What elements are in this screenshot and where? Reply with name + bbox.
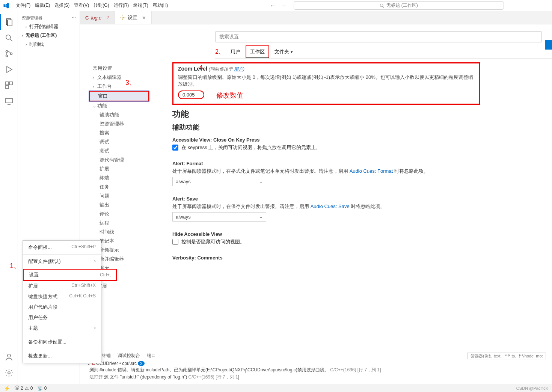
toc-feat-item[interactable]: 辅助功能 — [89, 110, 149, 119]
ctx-tasks[interactable]: 用户任务 — [23, 312, 101, 323]
hide-view-checkbox[interactable] — [172, 239, 178, 245]
scope-folder[interactable]: 文件夹▾ — [271, 46, 297, 57]
activity-debug-icon[interactable] — [0, 62, 18, 77]
open-settings-json-button[interactable] — [545, 40, 552, 50]
panel-filter-input[interactable] — [467, 353, 546, 359]
remote-indicator-icon[interactable]: ⚡ — [4, 385, 10, 391]
sidebar-timeline[interactable]: ›时间线 — [18, 40, 80, 49]
watermark: CSDN @PacificK — [516, 386, 548, 390]
toc-feat-item[interactable]: 评论 — [89, 210, 149, 219]
menu-run[interactable]: 运行(R) — [112, 2, 131, 9]
activity-remote-icon[interactable] — [0, 93, 18, 109]
toc-feat-item[interactable]: 搜索 — [89, 128, 149, 137]
toc-feat-item[interactable]: 远程 — [89, 219, 149, 228]
editor-area: C log.c 2 设置 ✕ 搜索设置 2、 用户 工作区 文件夹▾ 3、 4、 — [80, 11, 552, 384]
menu-help[interactable]: 帮助(H) — [151, 2, 170, 9]
sidebar-workspace[interactable]: ›无标题 (工作区) — [18, 31, 80, 40]
toc-feat-item[interactable]: 调试 — [89, 137, 149, 146]
warning-icon: ⚠ — [25, 386, 29, 391]
nav-back-icon[interactable]: ← — [270, 2, 275, 9]
alert-save-select[interactable]: always⌄ — [172, 212, 266, 222]
ctx-command-palette[interactable]: 命令面板...Ctrl+Shift+P — [23, 242, 101, 253]
hide-view-desc: 控制是否隐藏可访问的视图。 — [181, 238, 245, 245]
problems-crumb[interactable]: ⌄ C CCUDriver • cpu\src 2 — [87, 361, 545, 366]
tab-settings[interactable]: 设置 ✕ — [115, 11, 152, 24]
problems-status[interactable]: ⓧ2 ⚠0 — [15, 385, 33, 391]
acc-view-title: Accessible View: Close On Key Press — [172, 137, 542, 143]
menu-view[interactable]: 查看(V) — [72, 2, 91, 9]
svg-rect-11 — [6, 86, 9, 89]
acc-view-checkbox[interactable] — [172, 145, 178, 151]
close-icon[interactable]: ✕ — [142, 15, 146, 21]
verbosity-title: Verbosity: Comments — [172, 255, 542, 261]
tab-logc-badge: 2 — [107, 15, 109, 20]
scope-workspace[interactable]: 工作区 — [246, 45, 269, 58]
activity-account-icon[interactable] — [0, 349, 18, 365]
port-forward-status[interactable]: 📡 0 — [37, 386, 47, 391]
toc-feat-item[interactable]: 资源管理器 — [89, 119, 149, 128]
menu-terminal[interactable]: 终端(T) — [131, 2, 150, 9]
problem-line-2[interactable]: 法打开 源 文件 "unistd.h" (dependency of "log.… — [87, 374, 545, 380]
setting-accessible-view: Accessible View: Close On Key Press 在 ke… — [172, 137, 542, 151]
ctx-profile[interactable]: 配置文件(默认)› — [23, 256, 101, 267]
error-icon: ⓧ — [15, 385, 19, 391]
ctx-snippets[interactable]: 用户代码片段 — [23, 302, 101, 312]
problems-count-badge: 2 — [138, 361, 145, 366]
more-icon[interactable]: ⋯ — [72, 15, 76, 20]
activity-search-icon[interactable] — [0, 30, 18, 46]
toc-feat-item[interactable]: 任务 — [89, 182, 149, 191]
panel-tab-debug[interactable]: 调试控制台 — [118, 353, 140, 359]
activity-extensions-icon[interactable] — [0, 77, 18, 93]
svg-point-16 — [122, 17, 124, 18]
alert-format-select[interactable]: always⌄ — [172, 177, 266, 186]
ctx-backup[interactable]: 备份和同步设置... — [23, 337, 101, 347]
toc-feat-item[interactable]: 源代码管理 — [89, 155, 149, 164]
activity-scm-icon[interactable] — [0, 46, 18, 62]
panel-tab-terminal[interactable]: 终端 — [102, 353, 111, 359]
sidebar-open-editors[interactable]: ›打开的编辑器 — [18, 22, 80, 31]
tab-logc-label: log.c — [91, 15, 101, 21]
toc-workbench[interactable]: ›工作台 — [89, 82, 149, 91]
vscode-logo-icon — [3, 2, 10, 9]
problem-line-1[interactable]: 测到 #include 错误。请更新 includePath。已为此翻译单元(E… — [87, 367, 545, 373]
acc-view-desc: 在 keypress 上，关闭可访问视图，将焦点放在调用它的元素上。 — [181, 144, 321, 151]
toc-feat-item[interactable]: 扩展 — [89, 164, 149, 173]
toc-feat-item[interactable]: 时间线 — [89, 228, 149, 237]
scope-tabs: 2、 用户 工作区 文件夹▾ — [215, 45, 552, 59]
ctx-keyboard[interactable]: 键盘快捷方式Ctrl+K Ctrl+S — [23, 291, 101, 302]
search-settings-input[interactable]: 搜索设置 — [215, 31, 542, 42]
toc-feat-item[interactable]: 问题 — [89, 191, 149, 201]
svg-line-5 — [10, 39, 12, 41]
scope-user[interactable]: 用户 — [227, 46, 244, 57]
activity-gear-icon[interactable] — [0, 365, 18, 381]
menu-select[interactable]: 选择(S) — [52, 2, 72, 9]
nav-forward-icon[interactable]: → — [281, 2, 286, 9]
menu-goto[interactable]: 转到(G) — [91, 2, 111, 9]
command-center-search[interactable]: 无标题 (工作区) — [294, 1, 504, 10]
zoom-title: Zoom Level (同时修改于 用户) — [178, 66, 475, 72]
sidebar-title: 资源管理器 — [22, 15, 72, 21]
audio-cues-save-link[interactable]: Audio Cues: Save — [311, 204, 350, 209]
toc-feat-item[interactable]: 终端 — [89, 173, 149, 182]
ctx-settings[interactable]: 设置Ctrl+, — [23, 269, 117, 281]
ctx-extensions[interactable]: 扩展Ctrl+Shift+X — [23, 281, 101, 291]
toc-window[interactable]: 窗口 — [89, 91, 149, 101]
svg-point-7 — [6, 55, 8, 57]
toc-feat-item[interactable]: 输出 — [89, 201, 149, 210]
menu-edit[interactable]: 编辑(E) — [33, 2, 52, 9]
panel-tab-ports[interactable]: 端口 — [147, 353, 156, 359]
zoom-level-input[interactable]: 0.005 — [178, 90, 204, 99]
ctx-check-update[interactable]: 检查更新... — [23, 351, 101, 361]
svg-point-4 — [6, 35, 11, 39]
toc-feat-item[interactable]: 测试 — [89, 146, 149, 155]
ctx-theme[interactable]: 主题› — [23, 323, 101, 333]
activity-explorer-icon[interactable] — [0, 14, 18, 30]
toc-text-editor[interactable]: ›文本编辑器 — [89, 73, 149, 82]
svg-point-15 — [8, 372, 10, 374]
audio-cues-format-link[interactable]: Audio Cues: Format — [350, 168, 393, 174]
menu-file[interactable]: 文件(F) — [14, 2, 33, 9]
toc-common[interactable]: 常用设置 — [89, 64, 149, 73]
toc-features[interactable]: ⌄功能 — [89, 101, 149, 110]
user-scope-link[interactable]: 用户 — [234, 66, 243, 72]
tab-logc[interactable]: C log.c 2 — [80, 11, 115, 24]
